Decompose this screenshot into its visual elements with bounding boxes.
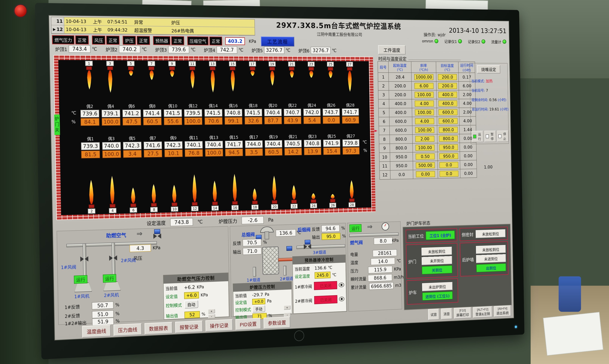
- thermocouple-temperature: 741.7: [225, 141, 243, 148]
- thermocouple-output-percent: 100.0: [102, 150, 121, 158]
- rear-flue-feedback-row: 反馈94.6%: [312, 225, 345, 233]
- nav-button[interactable]: 温度曲线: [82, 325, 111, 338]
- schedule-row[interactable]: ► 3 200.0 100.00 400.0 2.00: [378, 90, 476, 99]
- schedule-target[interactable]: 950.0: [439, 153, 458, 159]
- alarm-list[interactable]: 11 10-04-13 上午 07:54:51 异常 炉压 ▶ 12 10-04…: [51, 17, 255, 36]
- thermocouple-temperature: 741.5: [164, 109, 182, 117]
- schedule-row[interactable]: ► 7 600.0 100.00 800.0 1.44: [379, 125, 476, 135]
- schedule-start-temp: 28.4: [389, 73, 411, 81]
- gas-flow-arrow-icon: ⇒: [367, 222, 373, 231]
- schedule-row[interactable]: ► 10 950.0 0.50 950.0 0.00: [379, 151, 477, 162]
- thermocouple-name: 偶10: [168, 103, 177, 109]
- thermocouple-column: 偶3 740.0 100.0: [101, 135, 122, 158]
- thermocouple-temperature: 740.0: [102, 142, 121, 150]
- utility-button[interactable]: [Alt+F4] 退出系统: [494, 305, 511, 317]
- schedule-row[interactable]: ► 4 400.0 4.00 400.0 4.00: [378, 99, 476, 108]
- process-flow-button[interactable]: 工艺流程: [261, 36, 294, 46]
- roof-temp-value: 740.2: [119, 46, 140, 53]
- fp-increase-button[interactable]: +: [284, 305, 291, 310]
- schedule-rate[interactable]: 6.00: [414, 83, 434, 89]
- fp-mode-button[interactable]: 手动: [252, 305, 265, 312]
- run-button[interactable]: 运行: [472, 131, 483, 142]
- burner-number: 7: [148, 61, 155, 66]
- thermocouple-output-percent: 100.0: [184, 117, 202, 125]
- schedule-rate[interactable]: 500.00: [416, 162, 435, 169]
- burner-block-icon: [330, 199, 335, 203]
- eye-icon[interactable]: [339, 297, 344, 301]
- schedule-rate[interactable]: 100.00: [415, 144, 435, 151]
- device-indicator: omron: [422, 39, 438, 43]
- door-car-state: 未放松到位: [476, 245, 506, 254]
- nav-button[interactable]: 数据报表: [145, 322, 172, 335]
- schedule-seg-cell: ► 2: [378, 81, 389, 91]
- workpiece-temp-button[interactable]: 工件温度: [378, 45, 406, 54]
- thermocouple-column: 偶5 742.3 3.4: [122, 135, 143, 158]
- thermocouple-output-percent: 14.2: [284, 148, 302, 156]
- schedule-target-cell: 950.0: [437, 143, 460, 152]
- burner-bottom: 6: [123, 187, 144, 213]
- utility-button[interactable]: 试音: [428, 309, 439, 320]
- thermocouple-output-percent: 3.5: [245, 148, 263, 156]
- utility-button[interactable]: [ALT+F2] 登录&注销: [473, 306, 492, 318]
- schedule-row[interactable]: ► 5 400.0 100.00 600.0 2.00: [379, 108, 476, 117]
- schedule-target[interactable]: 600.0: [439, 118, 458, 124]
- schedule-rate[interactable]: 0.00: [416, 171, 435, 177]
- nav-button[interactable]: 报警记录: [175, 321, 203, 333]
- schedule-target[interactable]: 400.0: [438, 100, 457, 106]
- pause-button[interactable]: 暂停: [485, 131, 496, 142]
- schedule-target[interactable]: 0.0: [439, 162, 458, 168]
- schedule-row[interactable]: ► 9 800.0 100.00 950.0 0.00: [379, 143, 476, 153]
- output-decrease-button[interactable]: -: [208, 314, 215, 319]
- schedule-target[interactable]: 800.0: [439, 127, 458, 133]
- burner-number: 24: [310, 203, 317, 208]
- schedule-rate[interactable]: 4.00: [415, 118, 434, 124]
- schedule-rate[interactable]: 100.00: [415, 109, 434, 116]
- nav-button[interactable]: PID设置: [236, 318, 261, 330]
- schedule-rate[interactable]: 100.00: [415, 127, 434, 133]
- output-increase-button[interactable]: +: [208, 309, 215, 314]
- burner-top: 5: [120, 61, 142, 93]
- schedule-target[interactable]: 200.0: [438, 83, 457, 89]
- schedule-target[interactable]: 400.0: [438, 91, 457, 98]
- schedule-rate[interactable]: 4.00: [415, 101, 434, 107]
- schedule-target[interactable]: 600.0: [438, 109, 458, 116]
- control-mode-button[interactable]: 自动: [184, 300, 198, 309]
- thermocouple-column: 偶15 741.7 94.5: [224, 134, 244, 156]
- fan-valve-1-label: 1#风阀: [61, 263, 76, 270]
- thermocouple-output-percent: 3.4: [123, 150, 142, 158]
- burner-number: 15: [229, 61, 236, 66]
- pc-set-input[interactable]: 245.0: [315, 272, 331, 279]
- nav-button[interactable]: 参数设置: [264, 316, 290, 329]
- set-value-input[interactable]: +6.0: [184, 292, 199, 299]
- schedule-row[interactable]: ► 8 800.0 2.00 800.0 0.00: [379, 134, 476, 144]
- schedule-rate[interactable]: 100.00: [415, 92, 434, 98]
- schedule-row[interactable]: ► 2 200.0 6.00 200.0 6.00: [378, 81, 476, 91]
- schedule-rate[interactable]: 2.00: [415, 136, 435, 142]
- nav-button[interactable]: 操作记录: [205, 319, 233, 332]
- schedule-row[interactable]: ► 12 0.0 0.00 0.0 0.00: [380, 169, 477, 179]
- schedule-target[interactable]: 0.0: [440, 171, 459, 177]
- gas-pressure-value: 8.0: [374, 237, 393, 245]
- schedule-rate[interactable]: 1000.00: [414, 74, 433, 80]
- schedule-row[interactable]: ► 1 28.4 1000.00 200.0 0.17: [378, 73, 475, 81]
- nav-button[interactable]: 压力曲线: [113, 323, 142, 336]
- output-value[interactable]: 52: [184, 311, 200, 318]
- eye-icon[interactable]: [339, 283, 344, 287]
- chamber-pressure-unit: Pa: [268, 217, 274, 222]
- thermocouple-name: 偶26: [327, 102, 335, 108]
- schedule-target[interactable]: 200.0: [438, 74, 457, 80]
- utility-button[interactable]: [F10] 屏幕打印: [454, 307, 471, 319]
- fp-set-input[interactable]: +0.0: [252, 298, 265, 305]
- stop-button[interactable]: 停止: [497, 130, 509, 142]
- thermocouple-output-percent: 60.9: [342, 116, 359, 124]
- schedule-target-cell: 800.0: [437, 125, 460, 134]
- alarm-type: 超温报警: [133, 26, 170, 34]
- burner-settings-button[interactable]: 烧嘴设定: [477, 65, 500, 74]
- thermocouple-temperature: 740.4: [205, 141, 223, 149]
- utility-button[interactable]: 消音: [441, 308, 452, 320]
- schedule-row[interactable]: ► 6 600.0 4.00 600.0 4.00: [379, 116, 476, 126]
- schedule-target[interactable]: 950.0: [439, 144, 458, 151]
- schedule-rate[interactable]: 0.50: [415, 153, 435, 160]
- burner-number: 8: [150, 207, 158, 212]
- schedule-target[interactable]: 800.0: [439, 136, 458, 142]
